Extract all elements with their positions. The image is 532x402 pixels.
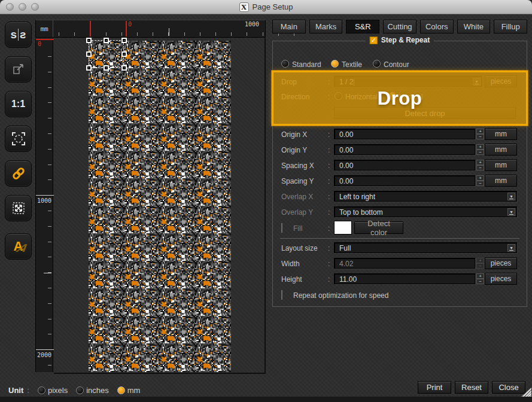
v-ruler-2000-label: 2000 <box>37 352 51 358</box>
transform-handles-button[interactable] <box>5 195 32 221</box>
unit-pixels-option[interactable]: pixels <box>38 386 68 395</box>
selection-handle[interactable] <box>121 38 127 43</box>
mode-standard-radio[interactable] <box>281 60 289 68</box>
layout-size-dropdown[interactable]: Full <box>334 242 517 253</box>
unit-selector-row: Unit pixels inches mm <box>8 385 140 395</box>
drop-unit-button[interactable]: pieces <box>485 75 517 87</box>
height-unit-button[interactable]: pieces <box>485 273 517 285</box>
spacing-y-input[interactable]: 0.00 <box>334 175 475 186</box>
width-input[interactable]: 4.02 <box>334 258 475 269</box>
height-stepper[interactable] <box>476 273 484 284</box>
selection-handle[interactable] <box>104 38 109 43</box>
unit-label: Unit <box>8 386 23 395</box>
tab-s-and-r[interactable]: S&R <box>346 20 379 34</box>
horizontal-ruler-ticks <box>59 32 299 36</box>
spacing-x-input[interactable]: 0.00 <box>334 160 475 170</box>
minimize-window-button[interactable] <box>19 3 26 11</box>
export-image-button[interactable] <box>5 56 32 83</box>
direction-vertical-radio[interactable] <box>388 92 396 100</box>
repeat-optimization-label: Repeat optimization for speed <box>293 291 388 300</box>
spacing-x-unit-button[interactable]: mm <box>485 159 517 171</box>
x11-app-icon: X <box>239 2 249 12</box>
pattern-canvas[interactable] <box>89 41 231 372</box>
spacing-y-label: Spacing Y <box>281 177 314 185</box>
origin-x-input[interactable]: 0.00 <box>334 129 475 139</box>
direction-horizontal-label: Horizontal <box>345 93 378 101</box>
section-divider <box>280 238 519 239</box>
vertical-ruler: 0 1000 2000 <box>35 38 53 372</box>
fit-to-frame-button[interactable] <box>5 126 32 152</box>
chevron-down-icon[interactable] <box>507 244 515 252</box>
spacing-y-stepper[interactable] <box>476 175 484 186</box>
spacing-x-stepper[interactable] <box>476 160 484 170</box>
direction-label: Direction <box>281 93 309 101</box>
title-bar: X Page Setup <box>0 0 532 14</box>
mode-textile-radio[interactable] <box>331 60 339 68</box>
detect-color-button[interactable]: Detect color <box>354 221 403 234</box>
one-to-one-zoom-button[interactable]: 1:1 <box>5 91 32 117</box>
v-ruler-zero-marker <box>36 39 54 40</box>
spacing-y-unit-button[interactable]: mm <box>485 175 517 187</box>
mirror-tool-button[interactable]: ss <box>5 22 32 48</box>
overlap-y-dropdown[interactable]: Top to bottom <box>334 206 517 217</box>
tab-white[interactable]: White <box>457 20 491 34</box>
origin-y-unit-button[interactable]: mm <box>485 144 517 156</box>
close-window-button[interactable] <box>6 3 14 11</box>
chevron-down-icon[interactable] <box>507 193 515 200</box>
direction-horizontal-radio[interactable] <box>335 92 342 100</box>
horizontal-ruler: mm 0 1000 <box>35 20 266 38</box>
overlap-y-label: Overlap Y <box>281 208 313 217</box>
link-proportions-button[interactable] <box>5 160 32 187</box>
print-button[interactable]: Print <box>418 381 451 394</box>
origin-x-stepper[interactable] <box>476 129 484 139</box>
mirror-text-icon: ss <box>10 28 26 41</box>
tile-selection-marquee <box>89 40 124 68</box>
width-unit-button[interactable]: pieces <box>485 257 517 269</box>
tab-main[interactable]: Main <box>272 20 306 34</box>
reset-button[interactable]: Reset <box>455 381 488 394</box>
selection-handle[interactable] <box>86 38 92 43</box>
one-to-one-icon: 1:1 <box>11 99 25 109</box>
overlap-x-dropdown[interactable]: Left to right <box>334 191 517 202</box>
chevron-down-icon[interactable] <box>473 78 481 86</box>
tab-fillup[interactable]: Fillup <box>494 20 527 34</box>
fill-checkbox[interactable] <box>281 224 282 232</box>
unit-inches-option[interactable]: inches <box>76 386 109 395</box>
unit-mm-option[interactable]: mm <box>117 386 141 395</box>
direction-vertical-label: Vertical <box>399 93 422 101</box>
export-image-icon <box>11 62 26 77</box>
transform-handles-icon <box>11 200 26 216</box>
origin-y-input[interactable]: 0.00 <box>334 144 475 155</box>
origin-y-label: Origin Y <box>281 146 307 154</box>
drop-combo[interactable]: 1 / 2 <box>334 76 482 87</box>
mode-contour-radio[interactable] <box>373 60 381 68</box>
link-icon <box>11 166 26 181</box>
origin-y-stepper[interactable] <box>476 144 484 155</box>
zoom-window-button[interactable] <box>31 3 39 11</box>
mode-textile-label: Textile <box>342 60 362 69</box>
skew-text-button[interactable]: A A <box>5 233 32 260</box>
step-and-repeat-checkbox[interactable]: ✓ <box>370 36 378 44</box>
selection-handle[interactable] <box>104 65 109 71</box>
height-label: Height <box>281 275 302 284</box>
tab-cutting[interactable]: Cutting <box>383 20 417 34</box>
ruler-origin-marker <box>90 21 91 36</box>
fill-color-swatch[interactable] <box>334 221 352 234</box>
fill-label: Fill <box>293 224 302 233</box>
height-input[interactable]: 11.00 <box>334 273 475 284</box>
selection-handle[interactable] <box>86 65 92 71</box>
selection-handle[interactable] <box>121 65 127 71</box>
tab-colors[interactable]: Colors <box>420 20 454 34</box>
selection-handle[interactable] <box>86 51 92 57</box>
layout-size-label: Layout size <box>281 244 318 252</box>
origin-x-unit-button[interactable]: mm <box>485 128 517 140</box>
v-ruler-1000-label: 1000 <box>37 197 51 204</box>
repeat-optimization-checkbox[interactable] <box>281 291 282 299</box>
chevron-down-icon[interactable] <box>507 208 515 216</box>
tab-marks[interactable]: Marks <box>309 20 343 34</box>
window-bottom-edge <box>0 397 532 402</box>
ruler-unit-box: mm <box>36 20 53 37</box>
close-button[interactable]: Close <box>492 381 525 394</box>
selection-handle[interactable] <box>121 51 127 57</box>
detect-drop-button[interactable]: Detect drop <box>334 107 516 119</box>
